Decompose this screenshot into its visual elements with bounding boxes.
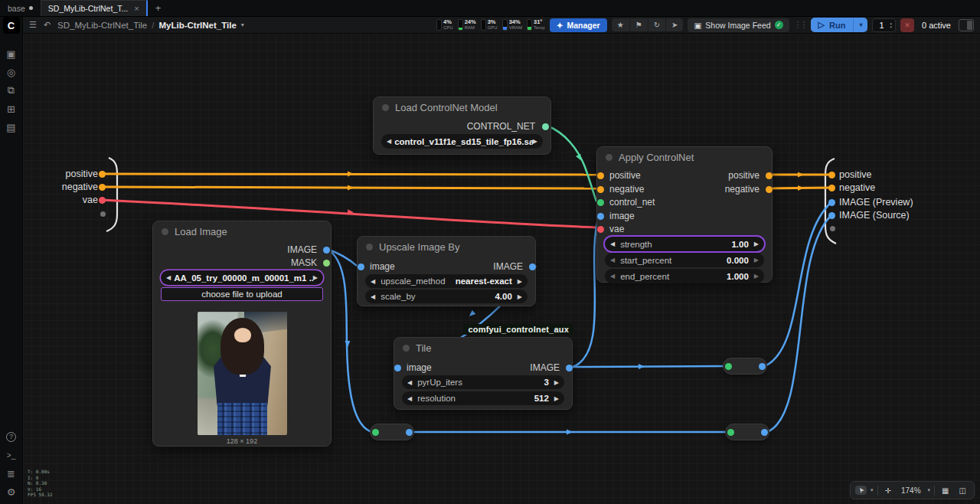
update-icon[interactable]: ↻ [648,18,666,31]
reroute-in[interactable] [725,363,732,370]
slot-mask-out[interactable] [323,260,330,267]
choose-file-button[interactable]: choose file to upload [161,287,323,301]
output-slot-image-source[interactable] [828,212,835,219]
close-tab-icon[interactable]: × [134,4,139,13]
slot-positive-in[interactable] [597,172,604,179]
queue-icon[interactable]: ▣ [0,44,23,63]
input-slot-positive[interactable] [99,171,106,178]
increment-icon[interactable]: ▶ [754,273,759,280]
output-slot-positive[interactable] [828,172,835,178]
show-image-feed-button[interactable]: ▣ Show Image Feed ✓ [688,18,789,32]
breadcrumb-workflow[interactable]: SD_MyLib-CtrlNet_Tile [57,21,147,30]
new-tab-button[interactable]: + [148,0,169,16]
combo-prev-icon[interactable]: ◀ [371,278,375,285]
hamburger-menu-icon[interactable]: ☰ [29,20,37,30]
slot-image-in[interactable] [597,213,604,220]
resolution-widget[interactable]: ◀ resolution 512 ▶ [402,391,564,405]
collapse-dot-icon[interactable] [366,244,373,250]
drag-grip-icon[interactable]: ⋮⋮ [794,20,806,30]
start-percent-widget[interactable]: ◀ start_percent 0.000 ▶ [605,253,764,267]
tab-base[interactable]: base [0,0,41,16]
increment-icon[interactable]: ▶ [554,379,559,386]
image-file-combo[interactable]: ◀ AA_05_try_00000_m_00001_m1 ... ▶ [161,270,323,285]
combo-next-icon[interactable]: ▶ [518,278,522,285]
decrement-icon[interactable]: ◀ [610,257,615,263]
reroute-out[interactable] [761,429,768,436]
decrement-icon[interactable]: ◀ [407,395,412,402]
workflows-icon[interactable]: ⊞ [0,100,23,118]
shortcuts-icon[interactable]: ≣ [0,464,23,483]
slot-image-out[interactable] [566,365,573,371]
reroute-in[interactable] [727,429,734,436]
node-upscale-image-by[interactable]: Upscale Image By image IMAGE ◀ upscale_m… [357,236,536,306]
zoom-chevron-icon[interactable]: ▾ [928,487,931,493]
decrement-icon[interactable]: ◀ [610,273,615,280]
templates-icon[interactable]: ▤ [0,118,23,136]
slot-negative-in[interactable] [597,186,604,193]
node-tile[interactable]: comfyui_controlnet_aux Tile image IMAGE … [394,337,573,410]
upscale-method-widget[interactable]: ◀ upscale_method nearest-exact ▶ [365,274,528,288]
slot-image-in[interactable] [358,263,364,270]
tool-chevron-icon[interactable]: ▾ [871,487,874,493]
run-options-chevron-icon[interactable]: ▾ [854,19,867,31]
zoom-level[interactable]: 174% [898,486,924,496]
run-button[interactable]: ▷Run ▾ [811,18,868,32]
batch-count-stepper[interactable]: 1 ▴▾ [872,18,896,32]
collapse-dot-icon[interactable] [606,154,612,161]
terminal-icon[interactable]: >_ [0,446,23,464]
slot-positive-out[interactable] [766,172,773,179]
combo-next-icon[interactable]: ▶ [533,138,537,145]
strength-widget[interactable]: ◀ strength 1.00 ▶ [605,237,764,251]
node-library-icon[interactable]: ◎ [0,63,23,81]
model-library-icon[interactable]: ⧉ [0,81,23,100]
output-slot-image-preview[interactable] [828,199,835,206]
breadcrumb-subgraph[interactable]: MyLib-CtrlNet_Tile [158,21,236,30]
decrement-icon[interactable]: ▾ [890,25,893,29]
tab-active-workflow[interactable]: SD_MyLib-CtrlNet_T... × [41,0,148,16]
end-percent-widget[interactable]: ◀ end_percent 1.000 ▶ [605,269,764,283]
minimap-toggle-icon[interactable]: ◫ [956,486,969,496]
settings-gear-icon[interactable]: ⚙ [0,483,23,501]
collapse-dot-icon[interactable] [162,228,168,235]
decrement-icon[interactable]: ◀ [371,293,375,300]
decrement-icon[interactable]: ◀ [610,241,615,247]
slot-negative-out[interactable] [766,186,773,193]
increment-icon[interactable]: ▶ [754,241,759,247]
input-slot-negative[interactable] [99,184,106,191]
slot-vae-in[interactable] [597,226,604,233]
reroute-in[interactable] [372,429,379,436]
model-combo-widget[interactable]: ◀ control_v11f1e_sd15_tile_fp16.sa... ▶ [381,134,543,149]
star-icon[interactable]: ★ [612,18,630,31]
slot-control-net-out[interactable] [542,123,549,130]
node-load-image[interactable]: Load Image IMAGE MASK ◀ AA_05_try_00000_… [152,221,332,447]
help-icon[interactable]: ? [0,427,23,446]
combo-next-icon[interactable]: ▶ [313,274,318,281]
grid-toggle-icon[interactable]: ▦ [939,486,952,496]
output-slot-empty[interactable] [830,226,835,231]
pyrup-iters-widget[interactable]: ◀ pyrUp_iters 3 ▶ [402,375,564,389]
pointer-tool-button[interactable]: ➤ [855,486,867,495]
scale-by-widget[interactable]: ◀ scale_by 4.00 ▶ [365,290,528,303]
fit-view-icon[interactable]: ✛ [882,486,894,496]
manager-button[interactable]: ✦ Manager [550,18,607,32]
slot-image-out[interactable] [529,263,536,270]
input-slot-empty[interactable] [100,211,106,217]
share-icon[interactable]: ➤ [666,18,683,31]
collapse-dot-icon[interactable] [403,345,410,352]
node-apply-controlnet[interactable]: Apply ControlNet positive negative contr… [596,146,773,283]
output-slot-negative[interactable] [828,185,835,191]
undo-icon[interactable]: ↶ [44,20,51,30]
node-load-controlnet-model[interactable]: Load ControlNet Model CONTROL_NET ◀ cont… [373,97,551,155]
comfyui-logo[interactable]: C [3,17,20,34]
flag-icon[interactable]: ⚑ [630,18,648,31]
input-slot-vae[interactable] [99,197,106,204]
increment-icon[interactable]: ▶ [554,395,559,402]
decrement-icon[interactable]: ◀ [407,379,412,386]
slot-control-net-in[interactable] [597,199,604,206]
increment-icon[interactable]: ▶ [518,293,522,300]
reroute-out[interactable] [406,429,413,436]
toggle-right-panel-button[interactable] [959,19,974,31]
cancel-run-button[interactable]: ✕ [900,18,914,32]
collapse-dot-icon[interactable] [382,104,389,111]
chevron-down-icon[interactable]: ▾ [241,21,244,28]
